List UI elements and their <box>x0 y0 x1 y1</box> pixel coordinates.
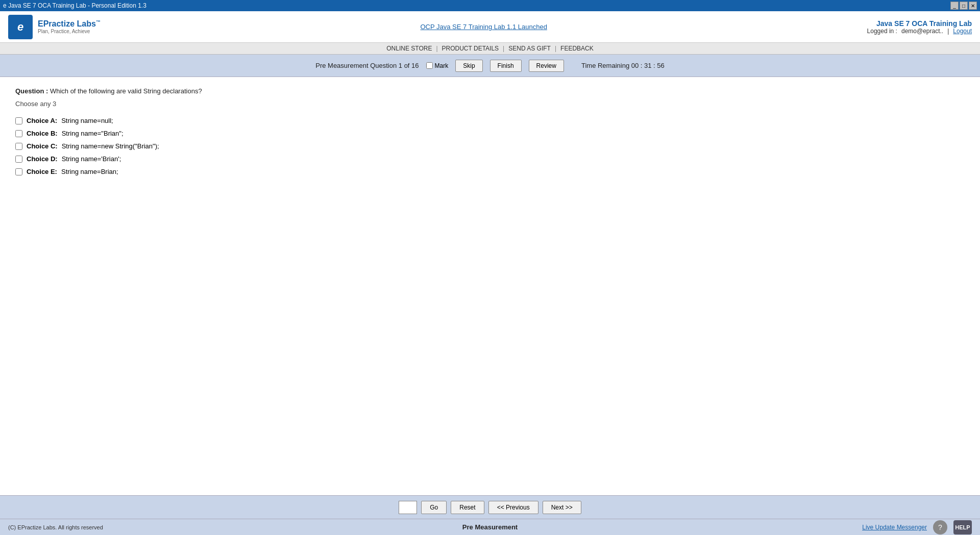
user-email: demo@epract.. <box>901 28 943 35</box>
choice-row-c: Choice C: String name=new String("Brian"… <box>15 142 965 150</box>
logo-icon: e <box>8 15 33 39</box>
choice-label-d: Choice D: <box>27 155 58 163</box>
mark-checkbox[interactable] <box>426 62 433 69</box>
question-body: Which of the following are valid String … <box>50 87 202 95</box>
nav-feedback[interactable]: FEEDBACK <box>560 45 594 52</box>
question-info: Pre Measurement Question 1 of 16 <box>315 62 419 69</box>
window-controls[interactable]: _ □ ✕ <box>950 2 977 10</box>
choice-text-a: String name=null; <box>61 117 113 124</box>
question-prefix: Question : <box>15 87 48 95</box>
choose-any: Choose any 3 <box>15 100 965 108</box>
section-label: Pre Measurement <box>462 523 518 531</box>
window-title: e Java SE 7 OCA Training Lab - Personal … <box>3 2 146 9</box>
help-button[interactable]: HELP <box>953 520 972 534</box>
help-circle-icon[interactable]: ? <box>933 520 947 534</box>
nav-online-store[interactable]: ONLINE STORE <box>386 45 432 52</box>
header: e EPractize Labs™ Plan, Practice, Achiev… <box>0 11 980 43</box>
choice-text-d: String name='Brian'; <box>62 155 121 163</box>
choices: Choice A: String name=null; Choice B: St… <box>15 117 965 175</box>
nav-sep-1: | <box>436 45 437 52</box>
nav-product-details[interactable]: PRODUCT DETAILS <box>442 45 499 52</box>
choice-label-c: Choice C: <box>27 142 58 150</box>
time-remaining: Time Remaining 00 : 31 : 56 <box>581 62 665 69</box>
separator: | <box>947 28 949 35</box>
question-toolbar: Pre Measurement Question 1 of 16 Mark Sk… <box>0 55 980 77</box>
choice-row-a: Choice A: String name=null; <box>15 117 965 124</box>
brand-name: EPractize Labs™ <box>38 19 101 29</box>
logo-area: e EPractize Labs™ Plan, Practice, Achiev… <box>8 15 101 39</box>
choice-text-b: String name="Brian"; <box>62 130 124 137</box>
choice-checkbox-c[interactable] <box>15 143 22 150</box>
live-update-link[interactable]: Live Update Messenger <box>862 524 927 531</box>
copyright: (C) EPractize Labs. All rights reserved <box>8 524 103 530</box>
nav-sep-3: | <box>555 45 556 52</box>
choice-label-a: Choice A: <box>27 117 57 124</box>
choice-label-e: Choice E: <box>27 168 57 175</box>
ocp-launch-link[interactable]: OCP Java SE 7 Training Lab 1.1 Launched <box>101 23 867 31</box>
choice-row-e: Choice E: String name=Brian; <box>15 168 965 175</box>
bottom-toolbar: Go Reset << Previous Next >> <box>0 495 980 519</box>
restore-button[interactable]: □ <box>960 2 968 10</box>
footer-right: Live Update Messenger ? HELP <box>862 520 972 534</box>
choice-row-d: Choice D: String name='Brian'; <box>15 155 965 163</box>
choice-text-c: String name=new String("Brian"); <box>62 142 159 150</box>
choice-checkbox-e[interactable] <box>15 168 22 175</box>
previous-button[interactable]: << Previous <box>488 501 538 514</box>
user-session: Logged in : demo@epract.. | Logout <box>867 28 972 35</box>
next-button[interactable]: Next >> <box>543 501 581 514</box>
review-button[interactable]: Review <box>529 60 564 72</box>
mark-label[interactable]: Mark <box>426 62 449 69</box>
question-number-input[interactable] <box>399 501 417 514</box>
go-button[interactable]: Go <box>421 501 447 514</box>
choice-label-b: Choice B: <box>27 130 58 137</box>
main-content: Question : Which of the following are va… <box>0 77 980 363</box>
tagline: Plan, Practice, Achieve <box>38 29 101 34</box>
choice-checkbox-a[interactable] <box>15 117 22 124</box>
logged-in-label: Logged in : <box>867 28 897 35</box>
nav-send-as-gift[interactable]: SEND AS GIFT <box>508 45 551 52</box>
close-button[interactable]: ✕ <box>969 2 977 10</box>
reset-button[interactable]: Reset <box>451 501 484 514</box>
footer: (C) EPractize Labs. All rights reserved … <box>0 519 980 535</box>
choice-checkbox-d[interactable] <box>15 156 22 163</box>
nav-bar: ONLINE STORE | PRODUCT DETAILS | SEND AS… <box>0 43 980 55</box>
logo-text: EPractize Labs™ Plan, Practice, Achieve <box>38 19 101 34</box>
choice-checkbox-b[interactable] <box>15 130 22 137</box>
finish-button[interactable]: Finish <box>490 60 522 72</box>
skip-button[interactable]: Skip <box>455 60 482 72</box>
logout-link[interactable]: Logout <box>953 28 972 35</box>
user-info: Java SE 7 OCA Training Lab Logged in : d… <box>867 19 972 35</box>
question-text: Question : Which of the following are va… <box>15 87 965 95</box>
choice-text-e: String name=Brian; <box>61 168 118 175</box>
title-bar: e Java SE 7 OCA Training Lab - Personal … <box>0 0 980 11</box>
minimize-button[interactable]: _ <box>950 2 959 10</box>
app-title: Java SE 7 OCA Training Lab <box>867 19 972 28</box>
nav-sep-2: | <box>503 45 504 52</box>
choice-row-b: Choice B: String name="Brian"; <box>15 130 965 137</box>
